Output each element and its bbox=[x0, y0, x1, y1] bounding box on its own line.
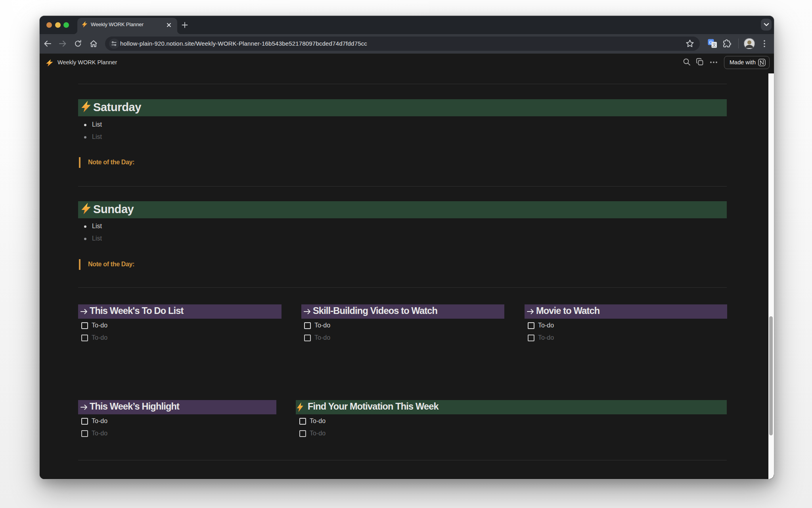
svg-text:文: 文 bbox=[712, 42, 716, 47]
